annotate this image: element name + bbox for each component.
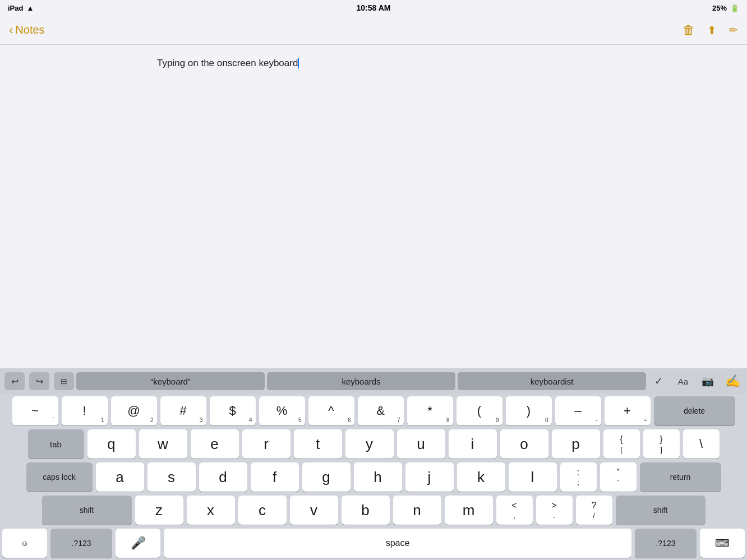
key-plus-equals[interactable]: += bbox=[605, 396, 651, 425]
key-greater-period[interactable]: >. bbox=[536, 496, 573, 525]
space-key[interactable]: space bbox=[164, 529, 631, 558]
redo-button[interactable]: ↪ bbox=[29, 372, 49, 390]
battery-label: 25% bbox=[712, 4, 727, 12]
key-w[interactable]: w bbox=[139, 429, 187, 459]
text-cursor bbox=[298, 58, 299, 68]
key-e[interactable]: e bbox=[191, 429, 239, 459]
shift-left-key[interactable]: shift bbox=[42, 496, 132, 525]
key-r[interactable]: r bbox=[242, 429, 290, 459]
key-t[interactable]: t bbox=[294, 429, 342, 459]
key-m[interactable]: m bbox=[445, 496, 493, 525]
status-left: iPad ▲ bbox=[8, 4, 34, 12]
key-colon-semicolon[interactable]: :; bbox=[560, 462, 597, 492]
key-k[interactable]: k bbox=[457, 462, 505, 492]
autocomplete-bar: ↩ ↪ ⊟ “keyboard” keyboards keyboardist ✓… bbox=[0, 368, 747, 394]
compose-icon[interactable]: ✏ bbox=[729, 24, 738, 36]
status-right: 25% 🔋 bbox=[712, 4, 739, 12]
key-i[interactable]: i bbox=[449, 429, 497, 459]
battery-icon: 🔋 bbox=[730, 4, 739, 12]
paste-button[interactable]: ⊟ bbox=[54, 372, 74, 390]
autocomplete-left: ↩ ↪ ⊟ bbox=[4, 372, 74, 390]
key-o[interactable]: o bbox=[500, 429, 548, 459]
nav-left[interactable]: ‹ Notes bbox=[9, 24, 45, 36]
key-n[interactable]: n bbox=[393, 496, 441, 525]
key-p[interactable]: p bbox=[552, 429, 600, 459]
nav-back-label[interactable]: Notes bbox=[15, 24, 44, 36]
key-tilde-backtick[interactable]: ~` bbox=[12, 396, 58, 425]
zxcv-row: shift z x c v b n m <, >. ?/ shift bbox=[2, 496, 745, 525]
key-j[interactable]: j bbox=[405, 462, 454, 492]
num123-right-key[interactable]: .?123 bbox=[635, 529, 697, 558]
trash-icon[interactable]: 🗑 bbox=[683, 23, 695, 38]
suggestion-1[interactable]: “keyboard” bbox=[76, 372, 265, 390]
return-key[interactable]: return bbox=[640, 462, 721, 492]
note-text-content: Typing on the onscreen keyboard bbox=[157, 58, 298, 68]
key-c[interactable]: c bbox=[238, 496, 287, 525]
key-star-8[interactable]: *8 bbox=[407, 396, 453, 425]
key-x[interactable]: x bbox=[187, 496, 235, 525]
keyboard-rows: ~` !1 @2 #3 $4 %5 ^6 &7 bbox=[0, 394, 747, 560]
number-row: ~` !1 @2 #3 $4 %5 ^6 &7 bbox=[2, 396, 745, 425]
asdf-row: caps lock a s d f g h j k l :; "' return bbox=[2, 462, 745, 492]
key-rparen-0[interactable]: )0 bbox=[506, 396, 552, 425]
key-v[interactable]: v bbox=[290, 496, 338, 525]
key-rbrace-rbracket[interactable]: }] bbox=[643, 429, 680, 459]
key-exclaim-1[interactable]: !1 bbox=[62, 396, 108, 425]
keyboard-dismiss-key[interactable]: ⌨ bbox=[700, 529, 745, 558]
camera-button[interactable]: 📷 bbox=[698, 372, 718, 390]
key-less-comma[interactable]: <, bbox=[496, 496, 533, 525]
shift-right-key[interactable]: shift bbox=[616, 496, 706, 525]
nav-bar: ‹ Notes 🗑 ⬆ ✏ bbox=[0, 16, 747, 45]
key-a[interactable]: a bbox=[96, 462, 144, 492]
key-f[interactable]: f bbox=[251, 462, 299, 492]
key-question-slash[interactable]: ?/ bbox=[576, 496, 612, 525]
suggestion-2[interactable]: keyboards bbox=[267, 372, 455, 390]
key-q[interactable]: q bbox=[87, 429, 136, 459]
key-b[interactable]: b bbox=[342, 496, 390, 525]
emoji-key[interactable]: ☺ bbox=[2, 529, 47, 558]
done-checkmark-button[interactable]: ✓ bbox=[648, 372, 668, 390]
key-dollar-4[interactable]: $4 bbox=[210, 396, 256, 425]
device-label: iPad bbox=[8, 4, 23, 12]
key-percent-5[interactable]: %5 bbox=[259, 396, 305, 425]
key-s[interactable]: s bbox=[147, 462, 196, 492]
font-size-button[interactable]: Aa bbox=[673, 372, 693, 390]
key-u[interactable]: u bbox=[397, 429, 445, 459]
key-amp-7[interactable]: &7 bbox=[358, 396, 404, 425]
key-lbrace-lbracket[interactable]: {[ bbox=[603, 429, 640, 459]
suggestion-3[interactable]: keyboardist bbox=[458, 372, 646, 390]
nav-right: 🗑 ⬆ ✏ bbox=[683, 23, 738, 38]
wifi-icon: ▲ bbox=[26, 4, 34, 12]
key-l[interactable]: l bbox=[509, 462, 557, 492]
status-bar: iPad ▲ 10:58 AM 25% 🔋 bbox=[0, 0, 747, 16]
key-lparen-9[interactable]: (9 bbox=[457, 396, 502, 425]
microphone-key[interactable]: 🎤 bbox=[116, 529, 160, 558]
handwriting-button[interactable]: ✍ bbox=[722, 372, 743, 390]
delete-key[interactable]: delete bbox=[654, 396, 735, 425]
key-d[interactable]: d bbox=[199, 462, 247, 492]
key-at-2[interactable]: @2 bbox=[111, 396, 157, 425]
autocomplete-suggestions: “keyboard” keyboards keyboardist bbox=[75, 372, 647, 390]
key-caret-6[interactable]: ^6 bbox=[308, 396, 354, 425]
key-backslash[interactable]: \ bbox=[683, 429, 720, 459]
key-y[interactable]: y bbox=[345, 429, 394, 459]
key-dash-minus[interactable]: –- bbox=[555, 396, 601, 425]
key-z[interactable]: z bbox=[135, 496, 183, 525]
num123-left-key[interactable]: .?123 bbox=[50, 529, 112, 558]
autocomplete-right: ✓ Aa 📷 ✍ bbox=[648, 372, 743, 390]
key-g[interactable]: g bbox=[302, 462, 351, 492]
key-quote-apostrophe[interactable]: "' bbox=[600, 462, 637, 492]
key-hash-3[interactable]: #3 bbox=[160, 396, 206, 425]
key-h[interactable]: h bbox=[354, 462, 402, 492]
capslock-key[interactable]: caps lock bbox=[26, 462, 93, 492]
note-content-area[interactable]: Typing on the onscreen keyboard bbox=[0, 45, 747, 368]
note-text[interactable]: Typing on the onscreen keyboard bbox=[157, 56, 590, 71]
keyboard-area: ↩ ↪ ⊟ “keyboard” keyboards keyboardist ✓… bbox=[0, 368, 747, 560]
undo-button[interactable]: ↩ bbox=[4, 372, 25, 390]
space-row: ☺ .?123 🎤 space .?123 ⌨ bbox=[2, 529, 745, 558]
tab-key[interactable]: tab bbox=[28, 429, 84, 459]
status-time: 10:58 AM bbox=[357, 3, 391, 12]
qwerty-row: tab q w e r t y u i o p {[ }] \ bbox=[2, 429, 745, 459]
back-arrow-icon[interactable]: ‹ bbox=[9, 24, 13, 36]
share-icon[interactable]: ⬆ bbox=[707, 24, 717, 37]
